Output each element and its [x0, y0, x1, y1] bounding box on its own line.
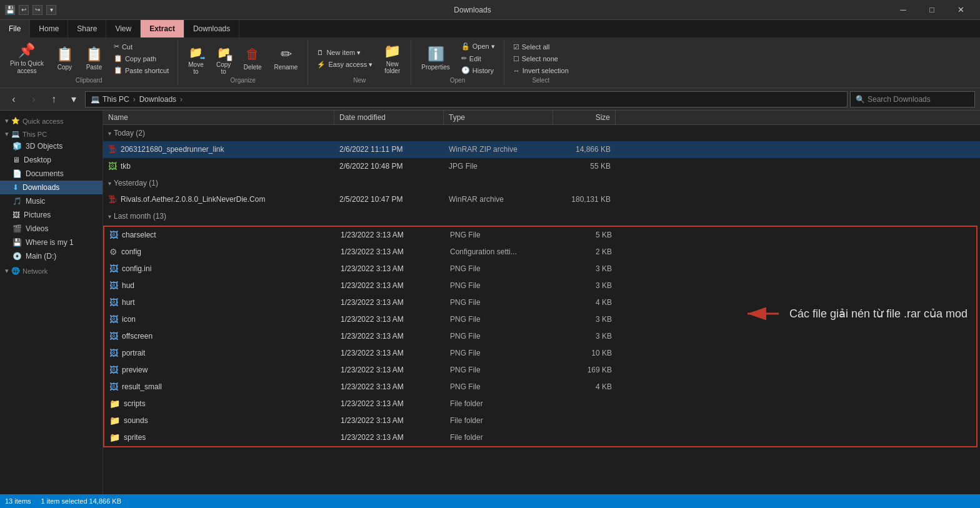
sidebar: ▾ ⭐ Quick access ▾ 💻 This PC 🧊 3D Object… — [0, 111, 103, 495]
sidebar-item-documents[interactable]: 📄 Documents — [0, 167, 102, 181]
col-header-type[interactable]: Type — [444, 111, 553, 124]
file-icon-png9: 🖼 — [109, 382, 118, 392]
col-header-name[interactable]: Name — [103, 111, 334, 124]
group-yesterday-label: Yesterday (1) — [114, 179, 158, 187]
sidebar-item-whereismy[interactable]: 💾 Where is my 1 — [0, 236, 102, 249]
file-size: 180,131 KB — [553, 194, 616, 205]
ribbon-content: 📌 Pin to Quickaccess 📋 Copy 📋 Paste ✂ Cu… — [0, 37, 980, 87]
table-row[interactable]: 🗜 2063121680_speedrunner_link 2/6/2022 1… — [103, 141, 980, 158]
sidebar-item-network[interactable]: ▾ 🌐 Network — [0, 263, 102, 276]
tab-downloads[interactable]: Downloads — [184, 20, 239, 37]
rename-button[interactable]: ✏ Rename — [269, 41, 303, 76]
table-row[interactable]: ⚙ config 1/23/2022 3:13 AM Configuration… — [104, 244, 976, 261]
search-box[interactable]: 🔍 Search Downloads — [850, 91, 975, 107]
sidebar-item-videos[interactable]: 🎬 Videos — [0, 222, 102, 236]
copy-button[interactable]: 📋 Copy — [51, 41, 78, 76]
pin-to-quick-access-button[interactable]: 📌 Pin to Quickaccess — [5, 41, 49, 76]
col-header-size[interactable]: Size — [553, 111, 616, 124]
paste-shortcut-button[interactable]: 📋 Paste shortcut — [110, 65, 172, 76]
address-path[interactable]: 💻 This PC › Downloads › — [85, 91, 848, 107]
table-row[interactable]: 📁 sprites 1/23/2022 3:13 AM File folder — [104, 429, 976, 446]
delete-button[interactable]: 🗑 Delete — [239, 41, 267, 76]
group-lastmonth-label: Last month (13) — [114, 212, 166, 221]
group-lastmonth[interactable]: ▾ Last month (13) — [103, 208, 980, 224]
table-row[interactable]: 🖼 charselect 1/23/2022 3:13 AM PNG File … — [104, 227, 976, 244]
table-row[interactable]: 🖼 hud 1/23/2022 3:13 AM PNG File 3 KB — [104, 277, 976, 294]
invert-selection-button[interactable]: ↔ Invert selection — [509, 66, 572, 76]
easy-access-button[interactable]: ⚡ Easy access ▾ — [313, 59, 376, 70]
history-button[interactable]: 🕐 History — [458, 65, 499, 76]
tab-file[interactable]: File — [0, 20, 30, 37]
cut-button[interactable]: ✂ Cut — [110, 41, 172, 52]
tab-view[interactable]: View — [106, 20, 141, 37]
sidebar-item-downloads[interactable]: ⬇ Downloads — [0, 181, 102, 194]
maind-icon: 💿 — [12, 252, 22, 261]
videos-icon: 🎬 — [12, 224, 22, 233]
copy-to-button[interactable]: 📁 📋 Copyto — [211, 41, 236, 76]
group-today[interactable]: ▾ Today (2) — [103, 125, 980, 141]
sidebar-quickaccess-label: Quick access — [22, 117, 63, 125]
column-headers: Name Date modified Type Size — [103, 111, 980, 125]
table-row[interactable]: 🖼 config.ini 1/23/2022 3:13 AM PNG File … — [104, 261, 976, 277]
back-button[interactable]: ‹ — [5, 91, 22, 108]
group-yesterday[interactable]: ▾ Yesterday (1) — [103, 175, 980, 191]
file-size: 3 KB — [554, 280, 617, 291]
table-row[interactable]: 🖼 preview 1/23/2022 3:13 AM PNG File 169… — [104, 362, 976, 379]
file-icon-folder2: 📁 — [109, 416, 120, 426]
up-button[interactable]: ↑ — [45, 91, 62, 108]
tab-share[interactable]: Share — [68, 20, 106, 37]
tab-home[interactable]: Home — [30, 20, 68, 37]
sidebar-item-desktop[interactable]: 🖥 Desktop — [0, 153, 102, 167]
table-row[interactable]: 📁 scripts 1/23/2022 3:13 AM File folder — [104, 396, 976, 412]
sidebar-item-quickaccess[interactable]: ▾ ⭐ Quick access — [0, 113, 102, 126]
sidebar-thispc-label: This PC — [22, 131, 47, 138]
file-date: 2/6/2022 11:11 PM — [334, 144, 444, 155]
recent-locations-button[interactable]: ▾ — [65, 91, 82, 108]
dropdown-icon[interactable]: ▾ — [46, 5, 56, 15]
copy-path-button[interactable]: 📋 Copy path — [110, 53, 172, 64]
sidebar-item-thispc[interactable]: ▾ 💻 This PC — [0, 126, 102, 139]
table-row[interactable]: 🖼 tkb 2/6/2022 10:48 PM JPG File 55 KB — [103, 158, 980, 175]
table-row[interactable]: 🗜 Rivals.of.Aether.2.0.8.0_LinkNeverDie.… — [103, 191, 980, 208]
paste-button[interactable]: 📋 Paste — [81, 41, 108, 76]
new-item-button[interactable]: 🗒 New item ▾ — [313, 47, 376, 58]
file-icon-cfg: ⚙ — [109, 247, 118, 257]
chevron-yesterday: ▾ — [108, 180, 111, 187]
close-button[interactable]: ✕ — [946, 0, 975, 20]
sidebar-downloads-label: Downloads — [22, 183, 59, 192]
new-folder-button[interactable]: 📁 Newfolder — [379, 41, 406, 76]
path-sep-2: › — [180, 95, 182, 104]
sidebar-item-maind[interactable]: 💿 Main (D:) — [0, 249, 102, 263]
redo-icon[interactable]: ↪ — [32, 5, 42, 15]
table-row[interactable]: 🖼 offscreen 1/23/2022 3:13 AM PNG File 3… — [104, 328, 976, 345]
tab-extract[interactable]: Extract — [141, 20, 184, 37]
move-to-button[interactable]: 📁 ➡ Moveto — [183, 41, 208, 76]
select-none-button[interactable]: ☐ Select none — [509, 54, 572, 64]
properties-button[interactable]: ℹ️ Properties — [416, 41, 455, 76]
sidebar-item-3dobjects[interactable]: 🧊 3D Objects — [0, 139, 102, 153]
minimize-button[interactable]: ─ — [889, 0, 918, 20]
path-thispc[interactable]: This PC — [102, 95, 129, 104]
table-row[interactable]: 🖼 result_small 1/23/2022 3:13 AM PNG Fil… — [104, 379, 976, 396]
save-icon[interactable]: 💾 — [5, 5, 15, 15]
new-label: New — [353, 77, 366, 85]
file-icon-rar: 🗜 — [108, 144, 117, 154]
col-header-date[interactable]: Date modified — [334, 111, 444, 124]
ribbon-group-organize: 📁 ➡ Moveto 📁 📋 Copyto 🗑 Delete — [178, 40, 308, 85]
chevron-icon-net: ▾ — [5, 267, 9, 275]
table-row[interactable]: 📁 sounds 1/23/2022 3:13 AM File folder — [104, 412, 976, 429]
open-button[interactable]: 🔓 Open ▾ — [458, 41, 499, 52]
path-downloads[interactable]: Downloads — [139, 95, 176, 104]
file-icon-png: 🖼 — [109, 230, 118, 240]
edit-button[interactable]: ✏ Edit — [458, 53, 499, 64]
maximize-button[interactable]: □ — [918, 0, 946, 20]
sidebar-item-music[interactable]: 🎵 Music — [0, 194, 102, 208]
sidebar-whereismy-label: Where is my 1 — [26, 238, 74, 247]
select-all-button[interactable]: ☑ Select all — [509, 42, 572, 52]
table-row[interactable]: 🖼 portrait 1/23/2022 3:13 AM PNG File 10… — [104, 345, 976, 362]
undo-icon[interactable]: ↩ — [19, 5, 29, 15]
sidebar-item-pictures[interactable]: 🖼 Pictures — [0, 208, 102, 222]
sidebar-desktop-label: Desktop — [24, 156, 51, 164]
file-date: 1/23/2022 3:13 AM — [336, 398, 445, 409]
forward-button[interactable]: › — [25, 91, 42, 108]
